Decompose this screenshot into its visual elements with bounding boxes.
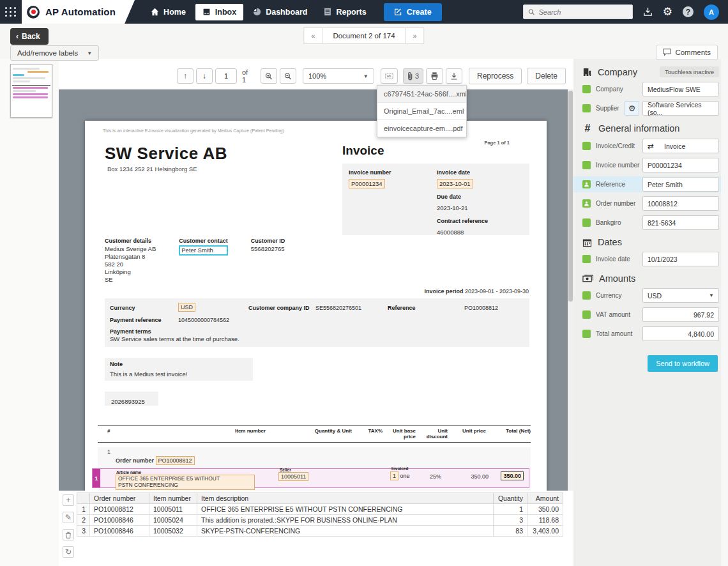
thumbnail-panel (0, 59, 59, 566)
edit-row-icon[interactable]: ✎ (63, 512, 74, 523)
customer-contact-value[interactable]: Peter Smith (179, 245, 228, 256)
attachment-item[interactable]: einvoicecapture-em....pdf (377, 120, 466, 137)
send-to-workflow-button[interactable]: Send to workflow (648, 355, 718, 372)
dashboard-icon (253, 8, 261, 16)
pager-prev-button[interactable]: « (303, 27, 322, 44)
invoice-period: Invoice period 2023-09-01 - 2023-09-30 (424, 288, 529, 294)
invoice-number-input[interactable]: P00001234 (642, 158, 719, 172)
settings-gear-icon[interactable]: ⚙ (663, 5, 672, 19)
order-number-input[interactable]: 10008812 (642, 196, 719, 211)
status-green-person-icon (582, 199, 591, 208)
bankgiro-input[interactable]: 821-5634 (642, 215, 719, 230)
invoice-date-input[interactable]: 10/1/2023 (642, 252, 719, 266)
matched-line-row[interactable]: 1 Article name OFFICE 365 ENTERPRISE E5 … (92, 468, 529, 488)
attachments-dropdown: c6797451-24ac-566f....xml Original_Email… (377, 85, 467, 137)
create-icon (394, 8, 402, 16)
field-row-company: Company MediusFlow SWE (582, 81, 719, 97)
zoom-in-button[interactable] (261, 68, 277, 84)
total-amount-input[interactable]: 4,840.00 (642, 326, 719, 341)
field-row-reference: Reference Peter Smith (573, 176, 728, 192)
pager-next-button[interactable]: » (406, 27, 425, 44)
supplier-address: Box 1234 252 21 Helsingborg SE (107, 165, 197, 172)
grid-row[interactable]: 2 PO10008846 10005024 This addition is p… (77, 515, 563, 526)
document-pager: « Document 2 of 174 » (303, 27, 424, 44)
order-number-value[interactable]: PO10008812 (156, 456, 195, 465)
supplier-input[interactable]: Software Services (so... (642, 101, 719, 116)
nav-home[interactable]: Home (144, 4, 193, 20)
article-name-value[interactable]: OFFICE 365 ENTERPRISE E5 WITHOUTPSTN CON… (116, 475, 255, 490)
status-green-icon (582, 161, 591, 169)
status-green-icon (582, 255, 591, 263)
download-button[interactable] (446, 68, 462, 84)
refresh-rows-icon[interactable]: ↻ (63, 546, 74, 558)
add-row-icon[interactable]: + (63, 494, 74, 506)
print-button[interactable] (426, 68, 443, 84)
touchless-badge: Touchless inactive (660, 66, 719, 77)
page-number-input[interactable] (215, 68, 237, 84)
search-input[interactable] (538, 8, 627, 16)
page-down-button[interactable]: ↓ (196, 68, 213, 84)
page-count-label: of 1 (242, 68, 253, 84)
status-green-icon (582, 330, 591, 338)
attachments-button[interactable]: 3 (403, 68, 424, 84)
currency-select[interactable]: USD▼ (642, 288, 719, 303)
comments-button[interactable]: Comments (656, 45, 718, 60)
invoice-number-value[interactable]: P00001234 (349, 179, 385, 188)
reprocess-button[interactable]: Reprocess (469, 68, 522, 84)
invoice-credit-toggle[interactable]: ⇄ Invoice (642, 139, 719, 153)
supplier-settings-gear-icon[interactable]: ⚙ (625, 101, 639, 116)
section-title-dates: Dates (598, 237, 622, 247)
delete-row-icon[interactable] (63, 529, 74, 540)
status-green-icon (582, 291, 591, 300)
app-grid-icon[interactable] (0, 0, 22, 24)
section-title-amounts: Amounts (599, 273, 635, 284)
vat-amount-input[interactable]: 967.92 (642, 307, 719, 322)
invoice-title: Invoice (342, 144, 384, 158)
delete-button[interactable]: Delete (527, 68, 566, 84)
main-nav: Home Inbox Dashboard Reports Create (144, 3, 442, 21)
add-remove-labels-button[interactable]: Add/remove labels▼ (10, 45, 99, 61)
global-search[interactable] (523, 4, 633, 19)
invoice-date-value[interactable]: 2023-10-01 (437, 179, 473, 188)
field-row-order-number: Order number 10008812 (582, 195, 719, 211)
field-row-invoice-number: Invoice number P00001234 (582, 157, 719, 173)
create-button[interactable]: Create (384, 3, 442, 21)
zoom-level-select[interactable]: 100%▼ (303, 68, 374, 84)
attachment-item[interactable]: c6797451-24ac-566f....xml (377, 86, 466, 103)
line-items-header: # Item number Quantity & Unit TAX% Unit … (98, 425, 531, 443)
export-download-icon[interactable] (643, 7, 653, 17)
zoom-out-button[interactable] (280, 68, 296, 84)
nav-dashboard[interactable]: Dashboard (246, 4, 314, 20)
reference-input[interactable]: Peter Smith (642, 177, 719, 192)
page-up-button[interactable]: ↑ (177, 68, 193, 84)
invoiced-qty-value[interactable]: 1 (390, 471, 398, 480)
medius-logo-icon (27, 6, 40, 19)
page-thumbnail[interactable] (10, 64, 52, 118)
svg-text:ab: ab (387, 74, 391, 78)
paperclip-icon (407, 72, 413, 80)
nav-reports[interactable]: Reports (317, 4, 373, 20)
attachment-count: 3 (415, 72, 419, 80)
brand: AP Automation (22, 0, 135, 24)
user-avatar[interactable]: A (704, 4, 719, 20)
pager-label: Document 2 of 174 (322, 27, 405, 44)
help-icon[interactable]: ? (683, 6, 694, 17)
customer-block: Customer details Medius Sverige AB Plate… (105, 238, 285, 283)
general-info-hash-icon: # (582, 123, 593, 134)
topbar-actions: ⚙ ? A (523, 4, 728, 20)
home-icon (151, 8, 159, 16)
nav-inbox[interactable]: Inbox (195, 4, 243, 20)
grid-row[interactable]: 3 PO10008846 10005032 SKYPE-PSTN-CONFERE… (77, 526, 563, 537)
line-total-value[interactable]: 350.00 (501, 471, 524, 480)
text-selection-tool-button[interactable]: ab (381, 68, 398, 84)
attachment-item[interactable]: Original_Email_7ac....eml (377, 103, 466, 120)
seller-value[interactable]: 10005011 (278, 472, 308, 481)
back-button[interactable]: ‹Back (10, 28, 49, 45)
invoice-header-box: Invoice numberP00001234 Invoice date2023… (342, 164, 529, 235)
grid-row[interactable]: 1 PO10008812 10005011 OFFICE 365 ENTERPR… (77, 504, 563, 515)
company-input[interactable]: MediusFlow SWE (642, 82, 719, 96)
currency-value[interactable]: USD (178, 303, 195, 312)
side-panel-scrollbar[interactable] (721, 59, 728, 566)
field-row-total-amount: Total amount 4,840.00 (582, 326, 719, 342)
chevron-down-icon: ▼ (709, 293, 714, 298)
